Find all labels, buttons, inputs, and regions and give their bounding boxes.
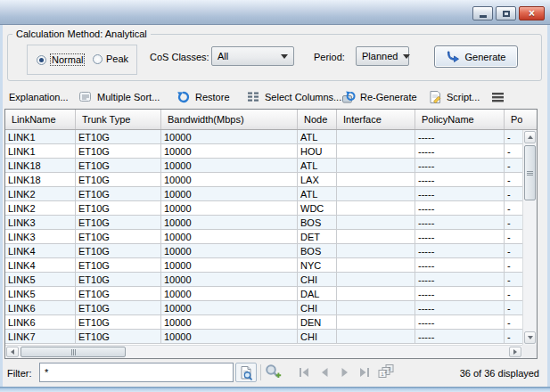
column-header-linkname[interactable]: LinkName: [5, 110, 76, 129]
first-page-button[interactable]: [298, 367, 310, 378]
table-row[interactable]: LINK3ET10G10000DET------: [5, 230, 522, 244]
table-cell: LINK4: [5, 244, 76, 257]
vertical-scrollbar[interactable]: [522, 130, 537, 345]
re-generate-button[interactable]: Re-Generate: [340, 87, 419, 107]
filter-preview-button[interactable]: [235, 363, 257, 382]
table-cell: 10000: [161, 244, 298, 257]
last-page-icon: [358, 367, 371, 378]
re-generate-icon: [341, 90, 356, 104]
column-header-interface[interactable]: Interface: [337, 110, 415, 129]
table-cell: -----: [415, 144, 505, 158]
explanation-button[interactable]: Explanation...: [7, 87, 70, 107]
table-body: LINK1ET10G10000ATL------LINK1ET10G10000H…: [5, 130, 522, 345]
generate-arrow-icon: [447, 50, 460, 63]
table-cell: [337, 159, 415, 172]
table-cell: -: [505, 273, 522, 286]
table-cell: [337, 244, 415, 257]
table-row[interactable]: LINK3ET10G10000BOS------: [5, 216, 522, 230]
table-cell: [337, 173, 415, 186]
script-button[interactable]: Script...: [426, 87, 481, 107]
table-cell: -: [505, 330, 522, 343]
radio-peak-circle: [93, 54, 103, 64]
table-row[interactable]: LINK2ET10G10000ATL------: [5, 187, 522, 201]
table-row[interactable]: LINK1ET10G10000HOU------: [5, 144, 522, 159]
table-row[interactable]: LINK7ET10G10000CHI------: [5, 330, 522, 344]
dialog-window: × Calculation Method: Analytical Normal …: [0, 0, 550, 392]
multiple-sort-button[interactable]: Multiple Sort...: [77, 87, 161, 107]
go-to-row-button[interactable]: 3 2 1: [378, 364, 394, 379]
scroll-up-button[interactable]: [524, 131, 536, 143]
table-cell: ATL: [298, 187, 337, 200]
maximize-button[interactable]: [496, 6, 516, 20]
radio-normal[interactable]: Normal: [37, 53, 85, 66]
scroll-down-button[interactable]: [524, 331, 536, 344]
titlebar[interactable]: ×: [0, 0, 550, 25]
table-row[interactable]: LINK18ET10G10000ATL------: [5, 159, 522, 173]
table-row[interactable]: LINK6ET10G10000DEN------: [5, 315, 522, 330]
table-cell: LINK4: [5, 258, 76, 272]
triangle-down-icon: [528, 336, 533, 339]
column-header-bandwidth-mbps-[interactable]: Bandwidth(Mbps): [161, 110, 298, 129]
table-cell: 10000: [161, 201, 298, 215]
table-row[interactable]: LINK4ET10G10000BOS------: [5, 244, 522, 258]
minimize-button[interactable]: [472, 6, 493, 20]
radio-peak[interactable]: Peak: [93, 53, 128, 64]
filter-input[interactable]: [39, 363, 234, 382]
restore-label: Restore: [195, 92, 230, 102]
table-cell: ET10G: [76, 144, 161, 158]
scroll-left-button[interactable]: [6, 347, 19, 357]
horizontal-scrollbar[interactable]: [5, 345, 522, 358]
restore-button[interactable]: Restore: [175, 87, 232, 107]
table-row[interactable]: LINK5ET10G10000CHI------: [5, 273, 522, 287]
cos-classes-select[interactable]: All: [211, 46, 294, 66]
period-value: Planned: [362, 51, 398, 61]
select-columns-button[interactable]: Select Columns...: [244, 87, 343, 107]
column-header-policyname[interactable]: PolicyName: [415, 110, 505, 129]
table-header-row: LinkNameTrunk TypeBandwidth(Mbps)NodeInt…: [5, 110, 522, 130]
column-header-trunk-type[interactable]: Trunk Type: [76, 110, 161, 129]
last-page-button[interactable]: [358, 367, 371, 378]
radio-normal-label: Normal: [50, 53, 85, 66]
table-cell: 10000: [161, 315, 298, 329]
table-cell: [337, 130, 415, 143]
table-row[interactable]: LINK6ET10G10000CHI------: [5, 301, 522, 315]
maximize-icon: [503, 11, 510, 17]
table-row[interactable]: LINK2ET10G10000WDC------: [5, 201, 522, 216]
period-select[interactable]: Planned: [356, 46, 409, 66]
table-header-filler: [522, 110, 537, 130]
table-cell: NYC: [298, 258, 337, 272]
table-cell: -: [505, 301, 522, 314]
table-cell: LINK18: [5, 159, 76, 172]
window-border-bottom: [0, 387, 550, 392]
horizontal-scrollbar-thumb[interactable]: [21, 347, 126, 357]
vertical-scrollbar-thumb[interactable]: [524, 145, 536, 200]
groupbox-title: Calculation Method: Analytical: [12, 29, 151, 39]
triangle-right-icon: [513, 349, 517, 355]
table-cell: -: [505, 315, 522, 329]
magnifier-plus-icon: [264, 363, 283, 380]
table-cell: LINK5: [5, 287, 76, 300]
close-button[interactable]: ×: [519, 6, 545, 20]
next-page-button[interactable]: [339, 367, 351, 378]
scroll-right-button[interactable]: [509, 347, 521, 357]
column-header-node[interactable]: Node: [298, 110, 337, 129]
table-cell: -: [505, 130, 522, 143]
restore-icon: [176, 90, 191, 104]
table-row[interactable]: LINK18ET10G10000LAX------: [5, 173, 522, 187]
table-cell: LINK7: [5, 330, 76, 343]
previous-page-button[interactable]: [318, 367, 331, 378]
table-row[interactable]: LINK4ET10G10000NYC------: [5, 258, 522, 273]
toolbar-overflow-button[interactable]: [489, 87, 506, 107]
table-cell: [337, 144, 415, 158]
table-cell: -: [505, 187, 522, 200]
table-cell: ET10G: [76, 216, 161, 229]
table-row[interactable]: LINK5ET10G10000DAL------: [5, 287, 522, 301]
generate-button[interactable]: Generate: [434, 45, 518, 68]
table-cell: [337, 273, 415, 286]
table-cell: LINK1: [5, 144, 76, 158]
table-cell: ET10G: [76, 258, 161, 272]
advanced-search-button[interactable]: [264, 363, 283, 380]
table-row[interactable]: LINK1ET10G10000ATL------: [5, 130, 522, 144]
column-header-pol[interactable]: Pol: [505, 110, 522, 129]
table-cell: LINK2: [5, 201, 76, 215]
